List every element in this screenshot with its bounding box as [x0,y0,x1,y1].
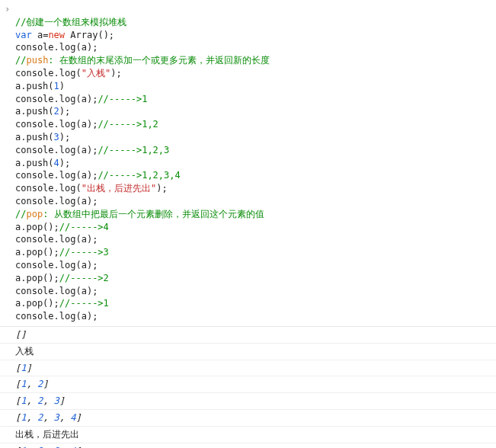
code-line: //----->1,2,3 [98,145,169,155]
console-output: 入栈 [0,344,496,360]
code-line: console.log( [15,183,82,194]
code-line: new [48,30,65,40]
console-output: [1, 2, 3, 4] [0,443,496,449]
code-line: console.log(a); [15,94,98,104]
code-line: a.push( [15,158,54,168]
code-line: //----->1 [98,94,147,104]
console-output: [1, 2, 3, 4] [0,410,496,427]
console-output: 出栈，后进先出 [0,427,496,443]
code-line: a= [32,30,49,40]
code-line: "入栈" [82,68,110,78]
code-line: //----->1,2 [98,119,158,130]
code-line: a.push( [15,106,54,117]
code-line: console.log(a); [15,145,98,155]
code-line: console.log(a); [15,260,98,270]
console-output: [1] [0,360,496,377]
code-line: 2 [54,106,59,117]
code-line: 1 [54,81,59,91]
console-output: [] [0,327,496,344]
code-line: "出栈，后进先出" [82,183,156,194]
code-line: ); [59,106,70,117]
code-line: ); [59,132,70,142]
code-line: a.pop(); [15,222,59,232]
code-line: ) [59,81,65,91]
console-output: [1, 2] [0,376,496,393]
code-line: Array(); [65,30,114,40]
code-line: console.log(a); [15,311,98,322]
code-line: console.log(a); [15,42,98,53]
code-line: //创建一个数组来模拟堆栈 [15,17,126,27]
code-line: ); [156,183,167,194]
code-line: push [26,55,48,66]
code-line: a.push( [15,81,54,91]
code-line: console.log(a); [15,196,98,206]
code-line: // [15,209,26,219]
code-line: console.log(a); [15,234,98,245]
input-caret: › [5,3,10,16]
code-line: //----->2 [59,273,109,283]
code-line: a.pop(); [15,298,59,309]
code-input-block[interactable]: ›//创建一个数组来模拟堆栈 var a=new Array(); consol… [0,0,496,327]
code-line: console.log(a); [15,119,98,130]
code-line: 3 [54,132,59,142]
console-output: [1, 2, 3] [0,393,496,410]
code-line: a.push( [15,132,54,142]
code-line: : 在数组的末尾添加一个或更多元素，并返回新的长度 [48,55,269,66]
code-line: ); [59,158,70,168]
code-line: console.log(a); [15,170,98,181]
code-line: : 从数组中把最后一个元素删除，并返回这个元素的值 [43,209,264,219]
code-line: console.log(a); [15,286,98,296]
code-line: pop [26,209,43,219]
code-line: //----->1 [59,298,109,309]
code-line: // [15,55,26,66]
code-line: a.pop(); [15,247,59,258]
code-line: a.pop(); [15,273,59,283]
code-line: //----->4 [59,222,109,232]
code-line: 4 [54,158,59,168]
code-line: //----->3 [59,247,109,258]
code-line: var [15,30,32,40]
code-line: //----->1,2,3,4 [98,170,180,181]
code-line: ); [110,68,121,78]
code-line: console.log( [15,68,82,78]
